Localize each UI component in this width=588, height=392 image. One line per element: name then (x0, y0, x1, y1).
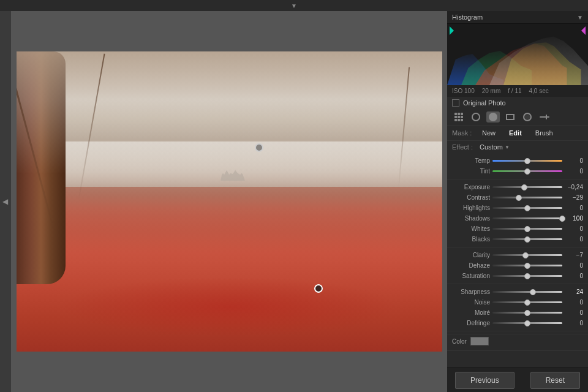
slider-thumb-noise[interactable] (524, 300, 530, 306)
slider-label-tint: Tint (452, 168, 490, 175)
slider-track-whites[interactable] (492, 228, 562, 230)
mask-row: Mask : New Edit Brush (447, 125, 588, 140)
circle-tool-icon[interactable] (486, 111, 500, 123)
reset-button[interactable]: Reset (530, 372, 580, 389)
pin-point-1[interactable] (255, 143, 263, 152)
slider-track-exposure[interactable] (492, 186, 562, 188)
photo-background (17, 51, 442, 352)
slider-thumb-clarity[interactable] (522, 252, 529, 258)
rect-tool-icon[interactable] (503, 111, 517, 123)
slider-value-whites: 0 (565, 225, 583, 232)
slider-label-temp: Temp (452, 157, 490, 164)
camera-focal-length: 20 mm (482, 88, 501, 94)
slider-row-contrast: Contrast−29 (447, 192, 588, 203)
original-photo-row: Original Photo (447, 97, 588, 109)
pin-point-2[interactable] (314, 284, 323, 293)
slider-track-shadows[interactable] (492, 217, 562, 219)
histogram-canvas (447, 24, 588, 85)
slider-value-highlights: 0 (565, 205, 583, 211)
slider-thumb-moiré[interactable] (524, 310, 530, 316)
tone-curve-icon[interactable] (521, 111, 534, 123)
slider-thumb-blacks[interactable] (524, 236, 530, 243)
tool-icons-row (447, 109, 588, 125)
photo-area[interactable] (11, 11, 447, 392)
slider-label-defringe: Defringe (452, 320, 490, 326)
slider-thumb-shadows[interactable] (559, 216, 565, 222)
histogram-area (447, 24, 588, 85)
grid-tool-icon[interactable] (452, 111, 466, 123)
slider-label-whites: Whites (452, 225, 490, 232)
top-bar-arrow: ▼ (291, 2, 297, 9)
slider-thumb-highlights[interactable] (524, 205, 530, 211)
slider-label-clarity: Clarity (452, 252, 490, 258)
slider-value-dehaze: 0 (565, 262, 583, 269)
original-photo-label: Original Photo (463, 99, 506, 107)
original-photo-checkbox[interactable] (452, 99, 459, 107)
radial-icon (472, 113, 480, 121)
slider-track-blacks[interactable] (492, 238, 562, 240)
slider-tool-icon[interactable] (538, 111, 551, 123)
effect-row: Effect : Custom ▼ (447, 140, 588, 153)
mask-brush-button[interactable]: Brush (530, 128, 558, 138)
slider-value-clarity: −7 (565, 252, 583, 258)
slider-section-divider-10 (447, 284, 588, 284)
slider-value-blacks: 0 (565, 236, 583, 243)
slider-row-exposure: Exposure−0,24 (447, 182, 588, 192)
slider-row-clarity: Clarity−7 (447, 250, 588, 260)
slider-track-contrast[interactable] (492, 197, 562, 198)
slider-value-contrast: −29 (565, 194, 583, 201)
radial-tool-icon[interactable] (469, 111, 483, 123)
color-row: Color (447, 334, 588, 348)
camera-iso: ISO 100 (452, 88, 475, 94)
slider-row-whites: Whites0 (447, 224, 588, 234)
histogram-title: Histogram (452, 13, 483, 21)
slider-label-highlights: Highlights (452, 205, 490, 211)
effect-dropdown[interactable]: Custom ▼ (480, 143, 510, 151)
slider-row-defringe: Defringe0 (447, 318, 588, 328)
slider-label-sharpness: Sharpness (452, 288, 490, 295)
slider-track-defringe[interactable] (492, 322, 562, 324)
slider-row-saturation: Saturation0 (447, 271, 588, 281)
previous-button[interactable]: Previous (455, 372, 514, 389)
slider-label-shadows: Shadows (452, 215, 490, 222)
photo-container (17, 51, 442, 352)
slider-track-moiré[interactable] (492, 312, 562, 314)
histogram-shadow-clipping[interactable] (450, 26, 454, 35)
slider-row-shadows: Shadows100 (447, 213, 588, 224)
color-label: Color (452, 338, 467, 345)
slider-row-moiré: Moiré0 (447, 307, 588, 318)
effect-value: Custom (480, 143, 503, 151)
histogram-dropdown-arrow[interactable]: ▼ (577, 14, 583, 21)
slider-track-temp[interactable] (492, 160, 562, 162)
histogram-highlight-clipping[interactable] (581, 26, 586, 35)
slider-row-tint: Tint0 (447, 166, 588, 176)
slider-thumb-whites[interactable] (524, 226, 530, 232)
slider-thumb-saturation[interactable] (524, 273, 530, 279)
slider-track-clarity[interactable] (492, 254, 562, 256)
mask-edit-button[interactable]: Edit (504, 128, 527, 138)
camera-aperture: f / 11 (508, 88, 521, 94)
slider-label-exposure: Exposure (452, 184, 490, 190)
slider-track-saturation[interactable] (492, 275, 562, 277)
slider-thumb-temp[interactable] (524, 158, 530, 164)
slider-value-exposure: −0,24 (565, 184, 583, 190)
slider-track-noise[interactable] (492, 301, 562, 303)
slider-track-highlights[interactable] (492, 207, 562, 209)
slider-thumb-dehaze[interactable] (524, 263, 530, 269)
slider-label-dehaze: Dehaze (452, 262, 490, 269)
slider-label-noise: Noise (452, 299, 490, 306)
slider-thumb-exposure[interactable] (521, 184, 527, 190)
slider-thumb-defringe[interactable] (524, 320, 530, 326)
photo-image (17, 51, 442, 352)
mask-new-button[interactable]: New (477, 128, 500, 138)
color-swatch[interactable] (470, 337, 489, 345)
slider-thumb-contrast[interactable] (516, 195, 522, 201)
bottom-buttons: Previous Reset (447, 368, 588, 392)
slider-value-noise: 0 (565, 299, 583, 306)
slider-track-tint[interactable] (492, 170, 562, 172)
slider-thumb-tint[interactable] (524, 168, 530, 175)
left-panel[interactable]: ◀ (0, 11, 11, 392)
slider-track-dehaze[interactable] (492, 265, 562, 266)
slider-track-sharpness[interactable] (492, 291, 562, 293)
slider-thumb-sharpness[interactable] (530, 289, 536, 295)
